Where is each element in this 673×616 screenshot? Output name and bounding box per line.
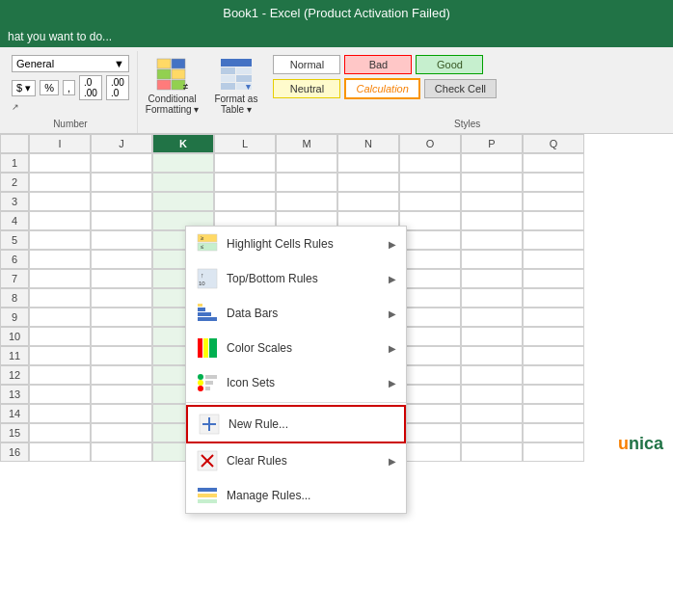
cell-5-1[interactable] bbox=[91, 230, 152, 250]
cell-9-0[interactable] bbox=[29, 308, 91, 327]
cell-14-1[interactable] bbox=[91, 404, 152, 423]
cell-9-1[interactable] bbox=[91, 308, 152, 327]
cell-8-0[interactable] bbox=[29, 288, 91, 308]
col-header-J[interactable]: J bbox=[91, 134, 152, 153]
cell-4-1[interactable] bbox=[91, 211, 152, 230]
cell-10-6[interactable] bbox=[399, 327, 461, 346]
cell-15-6[interactable] bbox=[399, 423, 461, 442]
cell-14-8[interactable] bbox=[523, 404, 584, 423]
cell-3-1[interactable] bbox=[91, 192, 152, 211]
cell-1-5[interactable] bbox=[337, 153, 399, 173]
menu-item-top-bottom[interactable]: ↑ 10 Top/Bottom Rules ▶ bbox=[186, 261, 406, 296]
cell-1-8[interactable] bbox=[523, 153, 584, 173]
cell-13-1[interactable] bbox=[91, 385, 152, 404]
conditional-formatting-button[interactable]: ≠ ConditionalFormatting ▾ bbox=[138, 51, 207, 133]
cell-1-6[interactable] bbox=[399, 153, 461, 173]
col-header-L[interactable]: L bbox=[214, 134, 276, 153]
cell-1-0[interactable] bbox=[29, 153, 91, 173]
style-calculation[interactable]: Calculation bbox=[344, 78, 419, 99]
cell-1-3[interactable] bbox=[214, 153, 276, 173]
cell-16-8[interactable] bbox=[523, 442, 584, 462]
cell-1-1[interactable] bbox=[91, 153, 152, 173]
cell-11-8[interactable] bbox=[523, 346, 584, 365]
cell-16-1[interactable] bbox=[91, 442, 152, 462]
col-header-N[interactable]: N bbox=[337, 134, 399, 153]
cell-6-6[interactable] bbox=[399, 250, 461, 269]
style-bad[interactable]: Bad bbox=[344, 55, 412, 74]
cell-6-8[interactable] bbox=[523, 250, 584, 269]
cell-8-6[interactable] bbox=[399, 288, 461, 308]
comma-button[interactable]: , bbox=[63, 80, 75, 95]
cell-1-7[interactable] bbox=[461, 153, 523, 173]
cell-4-8[interactable] bbox=[523, 211, 584, 230]
cell-13-0[interactable] bbox=[29, 385, 91, 404]
cell-10-8[interactable] bbox=[523, 327, 584, 346]
cell-9-7[interactable] bbox=[461, 308, 523, 327]
col-header-O[interactable]: O bbox=[399, 134, 461, 153]
cell-3-7[interactable] bbox=[461, 192, 523, 211]
cell-5-6[interactable] bbox=[399, 230, 461, 250]
cell-2-0[interactable] bbox=[29, 173, 91, 192]
cell-10-1[interactable] bbox=[91, 327, 152, 346]
menu-item-clear-rules[interactable]: Clear Rules ▶ bbox=[186, 443, 406, 478]
cell-6-1[interactable] bbox=[91, 250, 152, 269]
cell-12-6[interactable] bbox=[399, 365, 461, 385]
cell-7-7[interactable] bbox=[461, 269, 523, 288]
cell-7-1[interactable] bbox=[91, 269, 152, 288]
cell-9-6[interactable] bbox=[399, 308, 461, 327]
cell-3-4[interactable] bbox=[276, 192, 337, 211]
menu-item-new-rule[interactable]: New Rule... bbox=[186, 405, 406, 443]
cell-12-0[interactable] bbox=[29, 365, 91, 385]
menu-item-icon-sets[interactable]: Icon Sets ▶ bbox=[186, 365, 406, 400]
cell-3-3[interactable] bbox=[214, 192, 276, 211]
format-as-table-button[interactable]: ▾ Format asTable ▾ bbox=[206, 51, 265, 133]
cell-11-7[interactable] bbox=[461, 346, 523, 365]
cell-5-8[interactable] bbox=[523, 230, 584, 250]
cell-13-7[interactable] bbox=[461, 385, 523, 404]
cell-8-8[interactable] bbox=[523, 288, 584, 308]
cell-5-0[interactable] bbox=[29, 230, 91, 250]
cell-8-1[interactable] bbox=[91, 288, 152, 308]
cell-3-5[interactable] bbox=[337, 192, 399, 211]
cell-11-0[interactable] bbox=[29, 346, 91, 365]
cell-15-7[interactable] bbox=[461, 423, 523, 442]
cell-3-2[interactable] bbox=[152, 192, 214, 211]
style-checkcell[interactable]: Check Cell bbox=[424, 79, 497, 98]
cell-5-7[interactable] bbox=[461, 230, 523, 250]
col-header-I[interactable]: I bbox=[29, 134, 91, 153]
col-header-Q[interactable]: Q bbox=[523, 134, 584, 153]
cell-3-0[interactable] bbox=[29, 192, 91, 211]
style-normal[interactable]: Normal bbox=[273, 55, 340, 74]
cell-15-1[interactable] bbox=[91, 423, 152, 442]
number-format-dropdown[interactable]: General ▼ bbox=[12, 55, 129, 72]
cell-12-7[interactable] bbox=[461, 365, 523, 385]
menu-item-data-bars[interactable]: Data Bars ▶ bbox=[186, 296, 406, 331]
cell-4-7[interactable] bbox=[461, 211, 523, 230]
cell-6-7[interactable] bbox=[461, 250, 523, 269]
cell-9-8[interactable] bbox=[523, 308, 584, 327]
cell-2-8[interactable] bbox=[523, 173, 584, 192]
cell-7-0[interactable] bbox=[29, 269, 91, 288]
cell-10-0[interactable] bbox=[29, 327, 91, 346]
cell-1-2[interactable] bbox=[152, 153, 214, 173]
cell-7-8[interactable] bbox=[523, 269, 584, 288]
cell-8-7[interactable] bbox=[461, 288, 523, 308]
cell-15-0[interactable] bbox=[29, 423, 91, 442]
cell-6-0[interactable] bbox=[29, 250, 91, 269]
cell-14-6[interactable] bbox=[399, 404, 461, 423]
increase-decimal-button[interactable]: .0.00 bbox=[79, 75, 102, 100]
cell-16-6[interactable] bbox=[399, 442, 461, 462]
cell-4-6[interactable] bbox=[399, 211, 461, 230]
cell-2-1[interactable] bbox=[91, 173, 152, 192]
cell-3-6[interactable] bbox=[399, 192, 461, 211]
menu-item-highlight-cells[interactable]: ≥ ≤ Highlight Cells Rules ▶ bbox=[186, 227, 406, 261]
cell-3-8[interactable] bbox=[523, 192, 584, 211]
cell-2-5[interactable] bbox=[337, 173, 399, 192]
expand-number-icon[interactable]: ↗ bbox=[12, 102, 19, 112]
cell-11-6[interactable] bbox=[399, 346, 461, 365]
decrease-decimal-button[interactable]: .00.0 bbox=[106, 75, 129, 100]
style-neutral[interactable]: Neutral bbox=[273, 79, 340, 98]
cell-11-1[interactable] bbox=[91, 346, 152, 365]
cell-2-6[interactable] bbox=[399, 173, 461, 192]
col-header-P[interactable]: P bbox=[461, 134, 523, 153]
